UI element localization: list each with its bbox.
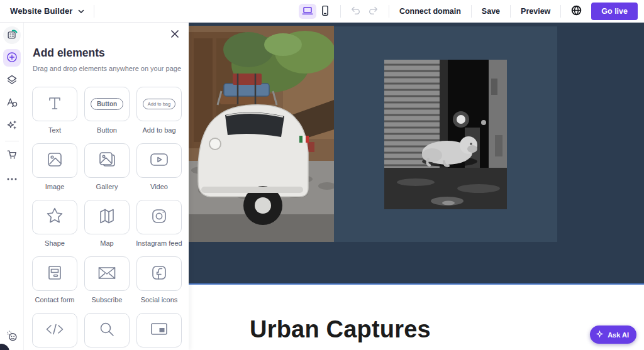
instagram-feed-tile[interactable] xyxy=(136,200,182,234)
sidebar-item-more[interactable] xyxy=(3,169,21,187)
page-heading[interactable]: Urban Captures xyxy=(250,316,431,343)
gallery-icon xyxy=(97,150,117,172)
element-tile-instagram-feed: Instagram feed xyxy=(136,200,182,256)
desktop-view-button[interactable] xyxy=(299,4,316,19)
chevron-down-icon xyxy=(77,8,85,15)
search-tile[interactable] xyxy=(84,313,130,347)
dog-alley-photo[interactable] xyxy=(384,60,507,209)
divider xyxy=(471,5,472,18)
code-tile[interactable] xyxy=(32,313,77,347)
sidebar-item-add-elements[interactable] xyxy=(3,49,21,67)
undo-button[interactable] xyxy=(347,4,365,19)
feedback-button[interactable] xyxy=(3,327,21,345)
hero-section-dark[interactable] xyxy=(189,23,644,283)
image-icon xyxy=(45,150,65,172)
subscribe-tile[interactable] xyxy=(84,256,130,291)
feedback-smiley-icon xyxy=(5,329,19,344)
gallery-tile[interactable] xyxy=(84,143,130,178)
shape-icon xyxy=(44,205,65,229)
go-live-button[interactable]: Go live xyxy=(591,3,638,20)
close-panel-button[interactable] xyxy=(170,30,180,40)
social-icons-icon xyxy=(149,263,169,285)
video-tile[interactable] xyxy=(136,143,182,178)
element-tile-add-to-bag: Add to bag Add to bag xyxy=(136,87,182,143)
code-icon xyxy=(44,320,65,341)
left-rail xyxy=(0,23,24,350)
contact-form-tile[interactable] xyxy=(32,256,77,291)
ai-sparkle-icon xyxy=(595,329,604,340)
add-to-bag-pill-icon: Add to bag xyxy=(143,99,175,109)
map-icon xyxy=(97,206,117,229)
connect-domain-button[interactable]: Connect domain xyxy=(396,7,465,16)
page-canvas[interactable]: Urban Captures xyxy=(189,23,644,350)
ask-ai-button[interactable]: Ask AI xyxy=(590,325,636,344)
element-tile-map: Map xyxy=(84,200,130,256)
button-tile[interactable]: Button xyxy=(84,87,130,121)
add-elements-icon xyxy=(6,51,18,65)
ai-tools-icon xyxy=(6,119,18,133)
element-tile-text: Text xyxy=(32,87,77,143)
top-bar: Website Builder xyxy=(0,0,644,23)
website-builder-menu[interactable]: Website Builder xyxy=(10,6,85,16)
search-icon xyxy=(97,319,117,342)
divider xyxy=(510,5,511,18)
element-tile-code xyxy=(32,313,77,350)
panel-subtitle: Drag and drop elements anywhere on your … xyxy=(33,65,181,72)
sidebar-item-text-styles[interactable] xyxy=(3,94,21,112)
app-title: Website Builder xyxy=(10,6,73,16)
element-tile-social-icons: Social icons xyxy=(136,256,182,313)
divider xyxy=(5,141,19,141)
element-tile-image: Image xyxy=(32,143,77,200)
subscribe-icon xyxy=(96,264,118,284)
element-tile-shape: Shape xyxy=(32,200,77,256)
logo-checklist-icon xyxy=(6,28,18,43)
element-tile-button: Button Button xyxy=(84,87,130,143)
panel-title: Add elements xyxy=(33,46,105,60)
mobile-icon xyxy=(321,5,330,18)
shape-tile[interactable] xyxy=(32,200,77,234)
ask-ai-label: Ask AI xyxy=(608,331,629,339)
element-tile-contact-form: Contact form xyxy=(32,256,77,313)
divider xyxy=(560,5,561,18)
video-icon xyxy=(148,151,170,171)
button-pill-icon: Button xyxy=(91,98,123,110)
sidebar-item-ai-tools[interactable] xyxy=(3,117,21,134)
element-tile-subscribe: Subscribe xyxy=(84,256,130,313)
divider xyxy=(94,5,94,18)
mobile-view-button[interactable] xyxy=(316,4,334,19)
element-tile-embed xyxy=(136,313,182,350)
gallery-section-white[interactable]: Urban Captures xyxy=(189,285,644,350)
text-tile[interactable] xyxy=(32,87,77,121)
image-tile[interactable] xyxy=(32,143,77,178)
element-tile-search xyxy=(84,313,130,350)
redo-button[interactable] xyxy=(365,4,382,19)
close-icon xyxy=(170,30,179,40)
vintage-car-photo[interactable] xyxy=(189,26,334,242)
add-elements-panel: Add elements Drag and drop elements anyw… xyxy=(24,23,189,350)
element-tile-gallery: Gallery xyxy=(84,143,130,200)
map-tile[interactable] xyxy=(84,200,130,234)
save-button[interactable]: Save xyxy=(478,7,504,16)
instagram-icon xyxy=(149,206,169,229)
divider xyxy=(340,5,341,18)
embed-tile[interactable] xyxy=(136,313,182,347)
contact-form-icon xyxy=(45,263,65,285)
sidebar-item-site-menu[interactable] xyxy=(3,26,21,44)
add-to-bag-tile[interactable]: Add to bag xyxy=(136,87,182,121)
divider xyxy=(389,5,389,18)
preview-button[interactable]: Preview xyxy=(517,7,554,16)
layers-icon xyxy=(6,74,18,88)
language-globe-button[interactable] xyxy=(567,4,585,19)
social-icons-tile[interactable] xyxy=(136,256,182,291)
text-styles-icon xyxy=(6,96,18,111)
store-cart-icon xyxy=(6,148,18,163)
undo-icon xyxy=(350,6,361,17)
embed-icon xyxy=(148,320,170,341)
redo-icon xyxy=(368,6,379,17)
sidebar-item-store[interactable] xyxy=(3,146,21,164)
sidebar-item-layers[interactable] xyxy=(3,72,21,89)
more-ellipsis-icon xyxy=(6,173,18,183)
website-builder-app: Website Builder xyxy=(0,0,644,350)
globe-icon xyxy=(571,5,582,18)
text-icon xyxy=(45,93,65,116)
